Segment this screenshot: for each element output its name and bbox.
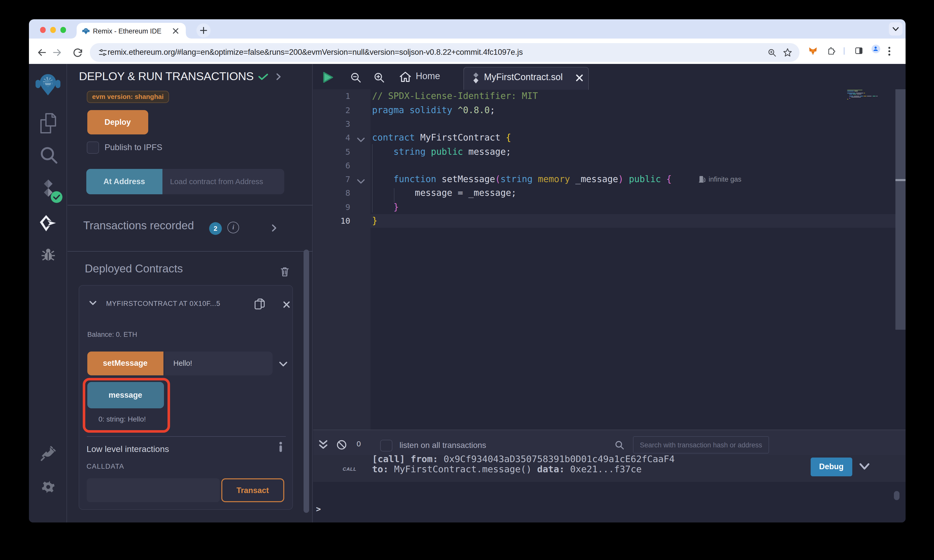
minimap-line [860, 96, 863, 97]
line-number: 1 [320, 89, 350, 103]
deployed-contract-card: MYFIRSTCONTRACT AT 0X10F...5 Balance: 0.… [79, 285, 293, 509]
home-tab[interactable]: Home [397, 64, 453, 88]
minimap-line [863, 96, 866, 97]
transactions-info-icon[interactable]: i [227, 222, 239, 233]
transactions-count-badge: 2 [209, 222, 222, 235]
log-lines: [call] from: 0x9Cf934043aD350758391b0D01… [372, 454, 675, 475]
transact-button[interactable]: Transact [221, 478, 284, 502]
clear-console-icon[interactable] [336, 440, 347, 450]
plugin-manager-icon[interactable] [40, 445, 56, 462]
calldata-input[interactable] [86, 478, 220, 502]
calldata-label: CALLDATA [86, 463, 124, 470]
main-area: Home MyFirstContract.sol [313, 64, 906, 523]
at-address-input[interactable] [162, 169, 284, 194]
editor-minimap[interactable] [847, 89, 892, 104]
contract-title[interactable]: MYFIRSTCONTRACT AT 0X10F...5 [106, 300, 243, 308]
side-panel-icon[interactable] [855, 47, 863, 55]
file-tab-title: MyFirstContract.sol [484, 72, 563, 82]
tab-close-icon[interactable] [173, 28, 179, 34]
toolbar-divider [844, 47, 845, 55]
back-icon[interactable] [36, 47, 47, 58]
terminal-scrollbar[interactable] [894, 491, 900, 500]
url-text[interactable]: remix.ethereum.org/#lang=en&optimize=fal… [108, 48, 523, 57]
card-divider [86, 436, 285, 437]
zoom-icon[interactable] [767, 48, 777, 57]
search-icon[interactable] [39, 145, 58, 165]
minimap-line [849, 94, 852, 94]
minimap-line [849, 96, 853, 97]
minimap-line [847, 92, 855, 93]
minimap-line [872, 96, 875, 97]
run-script-icon[interactable] [323, 71, 333, 83]
deploy-button[interactable]: Deploy [87, 110, 148, 134]
current-line-highlight [370, 214, 895, 228]
message-result: 0: string: Hello! [99, 415, 146, 423]
plus-icon [200, 27, 207, 34]
contract-collapse-icon[interactable] [89, 301, 96, 305]
minimap-line [847, 99, 848, 100]
tab-search-button[interactable] [889, 22, 902, 35]
set-message-input[interactable] [164, 352, 273, 375]
terminal: 0 listen on all transactions CALL [call]… [313, 430, 906, 523]
new-tab-button[interactable] [196, 23, 211, 37]
gas-annotation: infinite gas [699, 172, 741, 186]
gas-icon [699, 175, 706, 183]
solidity-file-icon [472, 72, 479, 84]
transactions-expand-icon[interactable] [271, 224, 277, 232]
publish-ipfs-checkbox[interactable] [86, 141, 99, 154]
browser-menu-icon[interactable] [888, 46, 891, 55]
site-settings-icon[interactable] [98, 48, 107, 57]
traffic-light-close[interactable] [40, 27, 46, 33]
line-number: 7 [320, 172, 350, 186]
zoom-out-icon[interactable] [350, 72, 361, 83]
traffic-light-minimize[interactable] [50, 27, 56, 33]
terminal-search-input[interactable] [633, 436, 769, 453]
reload-icon[interactable] [72, 47, 83, 58]
minimap-line [867, 96, 872, 97]
at-address-button[interactable]: At Address [86, 169, 162, 194]
browser-tab[interactable]: Remix - Ethereum IDE [77, 23, 186, 38]
user-icon [872, 46, 879, 52]
close-file-icon[interactable] [576, 74, 583, 82]
transactions-recorded-label: Transactions recorded [83, 219, 194, 232]
listen-checkbox[interactable] [380, 440, 392, 451]
evm-version-badge: evm version: shanghai [86, 91, 169, 103]
panel-title: DEPLOY & RUN TRANSACTIONS [79, 70, 254, 83]
remove-contract-icon[interactable] [283, 301, 290, 308]
panel-check-icon [257, 74, 268, 80]
message-button[interactable]: message [87, 382, 164, 408]
minimap-line [851, 97, 861, 98]
trash-icon[interactable] [281, 267, 289, 277]
profile-avatar[interactable] [871, 45, 880, 53]
debugger-icon[interactable] [40, 247, 55, 262]
fold-chevron-icon[interactable] [357, 136, 365, 144]
code-line: } [372, 214, 378, 228]
tab-title: Remix - Ethereum IDE [93, 27, 162, 35]
panel-scrollbar[interactable] [303, 249, 309, 512]
file-tab[interactable]: MyFirstContract.sol [464, 67, 589, 89]
bookmark-star-icon[interactable] [783, 48, 792, 57]
panel-collapse-icon[interactable] [276, 73, 281, 80]
fold-chevron-icon[interactable] [357, 177, 365, 185]
code-line: message = _message; [372, 186, 516, 200]
file-explorer-icon[interactable] [39, 112, 57, 134]
code-editor[interactable]: 1// SPDX-License-Identifier: MIT2pragma … [313, 89, 906, 430]
editor-scrollbar[interactable] [895, 89, 905, 330]
panel-divider [67, 251, 313, 252]
settings-gear-icon[interactable] [40, 479, 55, 495]
set-message-button[interactable]: setMessage [87, 352, 163, 375]
zoom-in-icon[interactable] [374, 72, 385, 83]
metamask-icon[interactable] [808, 46, 817, 55]
code-line: // SPDX-License-Identifier: MIT [372, 89, 538, 103]
collapse-terminal-icon[interactable] [319, 440, 327, 450]
address-bar[interactable]: remix.ethereum.org/#lang=en&optimize=fal… [89, 43, 799, 62]
low-level-info-icon[interactable] [278, 442, 282, 452]
traffic-light-zoom[interactable] [60, 27, 66, 33]
deploy-and-run-icon[interactable] [39, 215, 57, 231]
copy-address-icon[interactable] [254, 298, 265, 310]
expand-args-icon[interactable] [279, 362, 287, 366]
debug-button[interactable]: Debug [811, 457, 852, 476]
extensions-icon[interactable] [827, 46, 835, 55]
expand-log-icon[interactable] [859, 463, 869, 470]
forward-icon[interactable] [51, 47, 62, 58]
